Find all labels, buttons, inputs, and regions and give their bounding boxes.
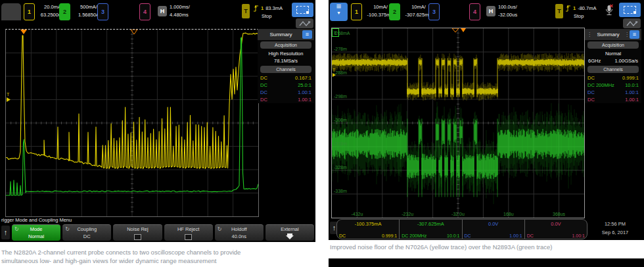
channel4-status-box[interactable]: 0.0V DC1.00:1 — [524, 220, 587, 239]
channel4-button[interactable]: 4 — [469, 3, 480, 20]
cropped-image-strip — [329, 258, 644, 267]
svg-text:-308m: -308m — [334, 118, 347, 122]
checkbox-unchecked[interactable] — [185, 234, 192, 240]
softkey-coupling[interactable]: ↻ CouplingDC — [62, 224, 111, 241]
svg-text:368us: 368us — [553, 212, 566, 216]
drag-grip-icon[interactable]: ⋮ — [587, 32, 592, 37]
channel3-button[interactable]: 3 — [97, 3, 108, 20]
microphone-muted-icon[interactable] — [605, 4, 614, 17]
svg-text:-432u: -432u — [351, 212, 363, 216]
softkey-noise-rej[interactable]: Noise Rej — [113, 224, 162, 241]
summary-header[interactable]: ⋮ Summary ⋮ ≡ — [585, 29, 641, 40]
horizontal-label: H — [489, 8, 494, 14]
horizontal-label: H — [160, 8, 165, 14]
timebase-delay: -32.00us — [498, 11, 531, 19]
trigger-label: T — [244, 8, 248, 14]
channel3-button[interactable]: 3 — [428, 3, 440, 20]
trigger-status[interactable]: 1 83.3mA Stop — [253, 4, 283, 20]
channel2-status-box[interactable]: -307.625mA DC 200MHz10.0:1 — [399, 220, 461, 239]
clock: 12:56 PM Sep 6, 2017 — [587, 220, 643, 237]
channel3-number: 3 — [101, 9, 104, 15]
horizontal-button[interactable]: H — [486, 6, 495, 16]
channel1-status-box[interactable]: -100.375mA DC0.999:1 — [337, 220, 399, 239]
waveform-icon — [626, 20, 639, 28]
sidebar-menu-icon[interactable]: ≡ — [630, 30, 639, 39]
channel4-summary-row: DC1.00:1 — [585, 96, 641, 103]
svg-text:T: T — [333, 68, 336, 72]
rect-select-button[interactable] — [619, 3, 641, 17]
acquisition-header: Acquisition — [260, 41, 311, 49]
channel1-summary-row: DC0.999:1 — [585, 74, 641, 82]
date: Sep 6, 2017 — [587, 228, 643, 237]
waveform-tool-button[interactable] — [296, 18, 313, 28]
summary-header[interactable]: Summary ≡ — [258, 29, 314, 40]
left-figure-caption: The N2820A 2-channel current probe conne… — [1, 248, 313, 265]
channel1-button[interactable]: 1 — [24, 3, 35, 20]
timebase-delay: 4.480ms — [170, 11, 202, 19]
channel4-summary-row: DC1.00:1 — [258, 96, 314, 103]
softkey-external[interactable]: External — [265, 224, 314, 241]
trigger-status[interactable]: 1 -80.7mA Stop — [565, 4, 597, 20]
rotary-icon: ↻ — [65, 226, 70, 233]
rotary-icon: ↻ — [14, 226, 19, 233]
summary-sidebar: ⋮ Summary ⋮ ≡ Acquisition Normal 6GHz 1.… — [585, 29, 641, 103]
waveform-icon — [298, 20, 311, 28]
svg-text:-318m: -318m — [334, 141, 347, 146]
softkey-holdoff[interactable]: ↻ Holdoff40.0ns — [215, 224, 264, 241]
menu-button[interactable] — [1, 3, 21, 20]
trigger-button[interactable]: T — [242, 4, 250, 18]
rising-edge-icon — [253, 4, 259, 12]
channel3-summary-row: DC1.00:1 — [585, 89, 641, 96]
drag-grip-icon[interactable]: ⋮ — [624, 32, 630, 37]
channel2-number: 2 — [63, 9, 66, 15]
channel3-status-box[interactable]: 0.0V DC1.00:1 — [462, 220, 524, 239]
bandwidth-samplerate-row: 6GHz 1.00GSa/s — [585, 57, 641, 64]
horizontal-button[interactable]: H — [158, 6, 167, 16]
menu-status-line: rigger Mode and Coupling Menu — [1, 217, 72, 223]
summary-sidebar: Summary ≡ Acquisition High Resolution 78… — [258, 29, 314, 103]
channel4-number: 4 — [473, 9, 476, 15]
svg-text:-328m: -328m — [334, 165, 347, 170]
timebase-settings[interactable]: 100.0us/ -32.00us — [498, 3, 531, 19]
trigger-level: 83.3mA — [265, 5, 283, 12]
channel2-button[interactable]: 2 — [389, 3, 400, 20]
channel1-number: 1 — [355, 9, 358, 15]
svg-text:168u: 168u — [503, 212, 514, 216]
right-figure-caption: Improved noise floor of the N7026A (yell… — [330, 243, 643, 251]
back-up-button[interactable]: ↑ — [1, 226, 10, 239]
channels-header: Channels — [260, 66, 311, 73]
page: 1 20.0mA/ 63.2500mA 2 500mA/ 1.56850A 3 … — [0, 0, 644, 267]
summary-title: Summary — [260, 32, 302, 37]
svg-text:-232u: -232u — [402, 212, 413, 216]
channel2-button[interactable]: 2 — [59, 3, 70, 20]
channel2-summary-row: DC25.0:1 — [258, 82, 314, 89]
dashed-rectangle-icon — [296, 6, 309, 14]
svg-text:-298m: -298m — [334, 94, 347, 99]
channel1-button[interactable]: 1 — [351, 3, 362, 20]
waveform-display: -268mA-278m-288m-298m-308m-318m-328m-338… — [331, 28, 585, 218]
svg-text:-338m: -338m — [334, 189, 347, 193]
channel2-summary-row: DC 200MHz10.0:1 — [585, 82, 641, 89]
channel1-number: 1 — [28, 9, 31, 15]
dashed-rectangle-icon — [624, 6, 636, 14]
channel4-button[interactable]: 4 — [139, 3, 150, 20]
waveform-svg: -268mA-278m-288m-298m-308m-318m-328m-338… — [332, 28, 584, 218]
waveform-display: T — [5, 29, 259, 217]
softkey-hf-reject[interactable]: HF Reject — [164, 224, 213, 241]
trigger-button[interactable]: T — [555, 4, 563, 18]
timebase-scale: 100.0us/ — [498, 3, 531, 11]
svg-text:-32.0u: -32.0u — [451, 212, 465, 216]
timebase-settings[interactable]: 1.000ms/ 4.480ms — [170, 3, 202, 19]
sidebar-menu-icon[interactable]: ≡ — [302, 30, 312, 39]
channel1-summary-row: DC0.167:1 — [258, 74, 314, 82]
left-oscilloscope-screenshot: 1 20.0mA/ 63.2500mA 2 500mA/ 1.56850A 3 … — [0, 0, 315, 242]
checkbox-unchecked[interactable] — [134, 234, 141, 240]
waveform-tool-button[interactable] — [623, 18, 641, 28]
run-state: Stop — [565, 12, 597, 20]
acquisition-mode: High Resolution — [258, 50, 314, 57]
menu-button[interactable]: ≡ ▾ — [330, 3, 348, 21]
softkey-mode[interactable]: ↻ ModeNormal — [12, 224, 60, 241]
acquisition-mode: Normal — [585, 50, 641, 57]
channel-status-bar: -100.375mA DC0.999:1 -307.625mA DC 200MH… — [336, 219, 587, 239]
rect-select-button[interactable] — [292, 3, 313, 17]
